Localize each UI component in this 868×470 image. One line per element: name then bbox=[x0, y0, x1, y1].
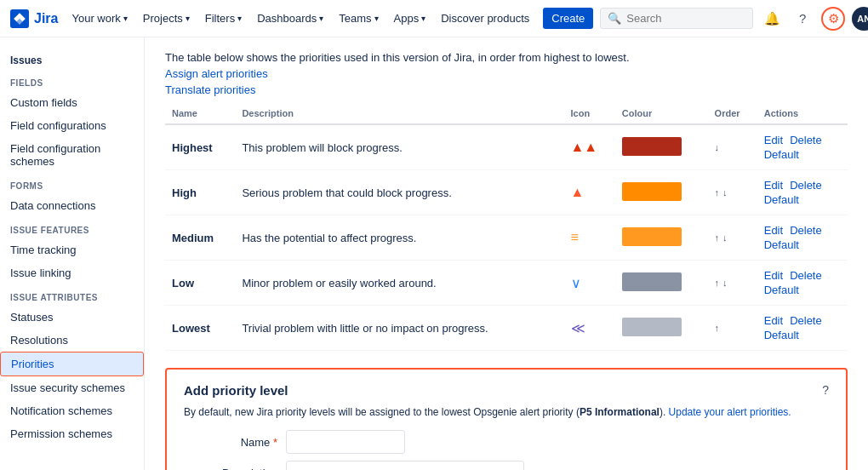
priority-desc: Serious problem that could block progres… bbox=[242, 186, 451, 199]
description-label: Description bbox=[184, 467, 286, 471]
order-up-button[interactable]: ↑ bbox=[715, 278, 720, 288]
priority-name-cell: Lowest bbox=[165, 306, 235, 351]
description-input[interactable] bbox=[286, 461, 524, 470]
intro-text: The table below shows the priorities use… bbox=[165, 51, 630, 64]
delete-link[interactable]: Delete bbox=[790, 134, 822, 146]
table-row: LowMinor problem or easily worked around… bbox=[165, 261, 848, 306]
delete-link[interactable]: Delete bbox=[790, 179, 822, 192]
priority-name: Medium bbox=[172, 232, 214, 244]
nav-projects[interactable]: Projects ▾ bbox=[136, 9, 197, 28]
priority-desc: This problem will block progress. bbox=[242, 141, 403, 154]
priority-name: Low bbox=[172, 277, 194, 289]
nav-dashboards[interactable]: Dashboards ▾ bbox=[250, 9, 330, 28]
edit-link[interactable]: Edit bbox=[764, 179, 783, 192]
edit-link[interactable]: Edit bbox=[764, 134, 783, 146]
priority-name-cell: Low bbox=[165, 261, 235, 306]
colour-swatch bbox=[622, 137, 682, 156]
default-link[interactable]: Default bbox=[764, 329, 841, 341]
colour-swatch bbox=[622, 272, 682, 291]
nav-your-work[interactable]: Your work ▾ bbox=[65, 9, 134, 28]
priority-desc-cell: Minor problem or easily worked around. bbox=[235, 261, 563, 306]
priority-icon-cell: ≡ bbox=[564, 215, 615, 261]
default-link[interactable]: Default bbox=[764, 238, 841, 251]
help-button[interactable]: ? bbox=[791, 7, 814, 31]
priority-name: Highest bbox=[172, 141, 213, 154]
sidebar-fields-title: FIELDS bbox=[0, 70, 144, 91]
sidebar-item-field-configurations[interactable]: Field configurations bbox=[0, 114, 144, 137]
colour-swatch bbox=[622, 318, 682, 336]
help-icon[interactable]: ? bbox=[822, 383, 829, 397]
sidebar-issue-attributes-title: ISSUE ATTRIBUTES bbox=[0, 284, 144, 306]
sidebar-item-issue-linking[interactable]: Issue linking bbox=[0, 261, 144, 284]
intro-section: The table below shows the priorities use… bbox=[165, 51, 848, 96]
edit-link[interactable]: Edit bbox=[764, 269, 783, 282]
priority-icon-cell: ▲ bbox=[564, 170, 615, 215]
delete-link[interactable]: Delete bbox=[790, 314, 822, 327]
priority-icon-cell: ∨ bbox=[564, 261, 615, 306]
chevron-icon: ▾ bbox=[421, 14, 425, 23]
avatar[interactable]: AN bbox=[852, 7, 868, 31]
translate-link[interactable]: Translate priorities bbox=[165, 83, 848, 96]
logo-area[interactable]: Jira bbox=[10, 9, 58, 28]
order-up-button[interactable]: ↑ bbox=[715, 187, 720, 198]
order-down-button[interactable]: ↓ bbox=[722, 232, 728, 243]
priority-order-cell: ↑↓ bbox=[708, 215, 757, 261]
edit-link[interactable]: Edit bbox=[764, 224, 783, 237]
add-priority-title: Add priority level bbox=[184, 383, 829, 398]
order-up-button[interactable]: ↑ bbox=[715, 232, 720, 243]
sidebar-item-custom-fields[interactable]: Custom fields bbox=[0, 91, 144, 114]
actions-row: Edit Delete bbox=[764, 134, 841, 146]
priority-name-cell: Medium bbox=[165, 215, 235, 261]
assign-link[interactable]: Assign alert priorities bbox=[165, 67, 848, 80]
priority-name-cell: High bbox=[165, 170, 235, 215]
default-link[interactable]: Default bbox=[764, 284, 841, 296]
sidebar-issue-features-title: ISSUE FEATURES bbox=[0, 217, 144, 238]
sidebar-item-notification-schemes[interactable]: Notification schemes bbox=[0, 399, 144, 422]
sidebar-item-field-configuration-schemes[interactable]: Field configuration schemes bbox=[0, 137, 144, 173]
sidebar-item-priorities[interactable]: Priorities bbox=[0, 352, 144, 376]
sidebar-item-time-tracking[interactable]: Time tracking bbox=[0, 238, 144, 261]
name-row: Name * bbox=[184, 430, 829, 454]
order-down-button[interactable]: ↓ bbox=[722, 278, 728, 288]
search-input[interactable] bbox=[626, 12, 745, 25]
priority-desc-cell: This problem will block progress. bbox=[235, 124, 563, 170]
order-down-button[interactable]: ↓ bbox=[722, 187, 728, 198]
actions-cell: Edit Delete Default bbox=[764, 134, 841, 161]
actions-cell: Edit Delete Default bbox=[764, 314, 841, 341]
settings-button[interactable]: ⚙ bbox=[821, 7, 845, 31]
sidebar-item-data-connections[interactable]: Data connections bbox=[0, 194, 144, 217]
order-up-button[interactable]: ↑ bbox=[715, 323, 720, 333]
name-input[interactable] bbox=[286, 430, 405, 454]
priority-name-cell: Highest bbox=[165, 124, 235, 170]
priority-icon-cell: ▲▲ bbox=[564, 124, 615, 170]
search-box[interactable]: 🔍 bbox=[600, 8, 753, 29]
priority-actions-cell: Edit Delete Default bbox=[757, 215, 848, 261]
nav-teams[interactable]: Teams ▾ bbox=[332, 9, 385, 28]
default-link[interactable]: Default bbox=[764, 148, 841, 161]
nav-filters[interactable]: Filters ▾ bbox=[198, 9, 248, 28]
sidebar-item-permission-schemes[interactable]: Permission schemes bbox=[0, 422, 144, 445]
top-navigation: Jira Your work ▾ Projects ▾ Filters ▾ Da… bbox=[0, 0, 868, 37]
priority-desc: Trivial problem with little or no impact… bbox=[242, 322, 488, 335]
nav-apps[interactable]: Apps ▾ bbox=[387, 9, 433, 28]
delete-link[interactable]: Delete bbox=[790, 224, 822, 237]
notifications-button[interactable]: 🔔 bbox=[760, 7, 784, 31]
create-button[interactable]: Create bbox=[543, 8, 593, 29]
priority-colour-cell bbox=[615, 215, 708, 261]
update-priorities-link[interactable]: Update your alert priorities. bbox=[669, 406, 791, 418]
sidebar-item-statuses[interactable]: Statuses bbox=[0, 306, 144, 329]
default-link[interactable]: Default bbox=[764, 193, 841, 206]
sidebar-item-issue-security-schemes[interactable]: Issue security schemes bbox=[0, 376, 144, 399]
nav-discover-products[interactable]: Discover products bbox=[434, 9, 536, 28]
col-description: Description bbox=[235, 103, 563, 124]
priority-desc-cell: Serious problem that could block progres… bbox=[235, 170, 563, 215]
priority-desc-cell: Trivial problem with little or no impact… bbox=[235, 306, 563, 351]
delete-link[interactable]: Delete bbox=[790, 269, 822, 282]
topnav-right: 🔍 🔔 ? ⚙ AN bbox=[600, 7, 868, 31]
order-down-button[interactable]: ↓ bbox=[715, 142, 720, 152]
edit-link[interactable]: Edit bbox=[764, 314, 783, 327]
priority-colour-cell bbox=[615, 170, 708, 215]
sidebar-item-resolutions[interactable]: Resolutions bbox=[0, 329, 144, 352]
priorities-table: Name Description Icon Colour Order Actio… bbox=[165, 103, 848, 351]
priority-icon: ≡ bbox=[571, 230, 579, 244]
